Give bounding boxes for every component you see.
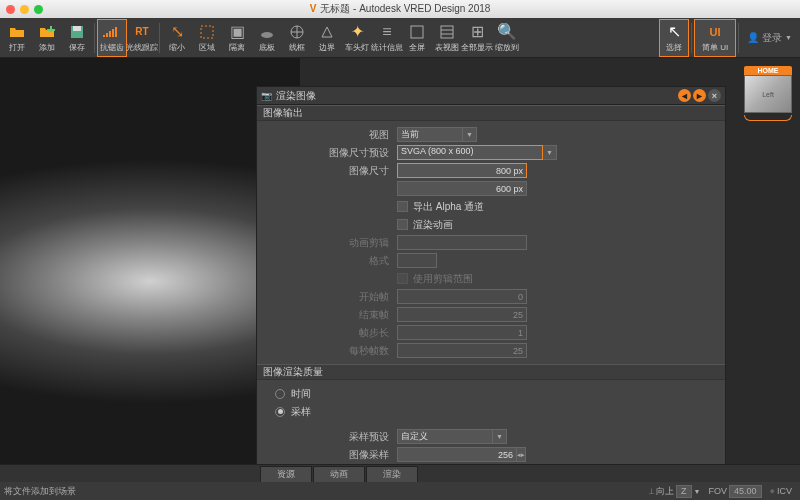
svg-rect-10	[411, 26, 423, 38]
alpha-checkbox[interactable]	[397, 201, 408, 212]
main-area: HOME Left 📷 渲染图像 ◄ ► × 图像输出 视图当前▼ 图像尺寸预设…	[0, 58, 800, 464]
maximize-window-btn[interactable]	[34, 5, 43, 14]
stepper-icon[interactable]: ◂▸	[517, 447, 526, 462]
select-button[interactable]: ↖选择	[659, 19, 689, 57]
fps-input	[397, 343, 527, 358]
aa-icon	[103, 23, 121, 41]
samples-input[interactable]: ◂▸	[397, 447, 507, 462]
svg-rect-4	[109, 31, 111, 37]
shrink-button[interactable]: ⤡缩小	[162, 19, 192, 57]
isolate-button[interactable]: ▣隔离	[222, 19, 252, 57]
render-image-panel: 📷 渲染图像 ◄ ► × 图像输出 视图当前▼ 图像尺寸预设SVGA (800 …	[256, 86, 726, 464]
stats-icon: ≡	[378, 23, 396, 41]
antialias-button[interactable]: 抗锯齿	[97, 19, 127, 57]
main-toolbar: 打开 添加 保存 抗锯齿 RT光线跟踪 ⤡缩小 区域 ▣隔离 底板 线框 边界 …	[0, 18, 800, 58]
height-input[interactable]	[397, 181, 527, 196]
chevron-down-icon: ▼	[543, 145, 557, 160]
width-input[interactable]	[397, 163, 527, 178]
viewcube[interactable]: HOME Left	[744, 66, 792, 121]
svg-rect-1	[73, 26, 81, 31]
vred-logo-icon: V	[310, 3, 317, 14]
edge-button[interactable]: 边界	[312, 19, 342, 57]
shrink-icon: ⤡	[168, 23, 186, 41]
preset-select[interactable]: SVGA (800 x 600)▼	[397, 145, 557, 160]
svg-rect-3	[106, 33, 108, 37]
light-icon: ✦	[348, 23, 366, 41]
sample-radio[interactable]	[275, 407, 285, 417]
simple-ui-button[interactable]: UI简单 UI	[694, 19, 736, 57]
section-image-output[interactable]: 图像输出	[257, 105, 725, 121]
fullscreen-button[interactable]: 全屏	[402, 19, 432, 57]
bottom-tabbar: 资源 动画 渲染	[0, 464, 800, 482]
statusbar: 将文件添加到场景 ⟂向上Z▼ FOV45.00 ●ICV	[0, 482, 800, 500]
camera-icon: 📷	[261, 91, 272, 101]
showall-icon: ⊞	[468, 23, 486, 41]
isolate-icon: ▣	[228, 23, 246, 41]
table-icon	[438, 23, 456, 41]
folder-open-icon	[8, 23, 26, 41]
anim-checkbox[interactable]	[397, 219, 408, 230]
panel-fwd-button[interactable]: ►	[693, 89, 706, 102]
chevron-down-icon: ▼	[694, 488, 701, 495]
section-render-quality[interactable]: 图像渲染质量	[257, 364, 725, 380]
minimize-window-btn[interactable]	[20, 5, 29, 14]
viewcube-face[interactable]: Left	[744, 75, 792, 113]
format-input	[397, 253, 437, 268]
end-input	[397, 307, 527, 322]
status-up[interactable]: ⟂向上Z▼	[649, 485, 700, 498]
chevron-down-icon: ▼	[493, 429, 507, 444]
save-button[interactable]: 保存	[62, 19, 92, 57]
viewport-3d[interactable]	[0, 58, 300, 464]
close-window-btn[interactable]	[6, 5, 15, 14]
plate-icon	[258, 23, 276, 41]
svg-rect-6	[115, 27, 117, 37]
showall-button[interactable]: ⊞全部显示	[462, 19, 492, 57]
window-title: 无标题 - Autodesk VRED Design 2018	[320, 3, 490, 14]
tab-render[interactable]: 渲染	[366, 466, 418, 482]
viewcube-compass[interactable]	[744, 115, 792, 121]
tab-resources[interactable]: 资源	[260, 466, 312, 482]
panel-back-button[interactable]: ◄	[678, 89, 691, 102]
cursor-icon: ↖	[665, 23, 683, 41]
view-select[interactable]: 当前▼	[397, 127, 477, 142]
svg-rect-2	[103, 35, 105, 37]
rt-icon: RT	[133, 23, 151, 41]
viewcube-home[interactable]: HOME	[744, 66, 792, 75]
save-icon	[68, 23, 86, 41]
clip-input	[397, 235, 527, 250]
add-button[interactable]: 添加	[32, 19, 62, 57]
stats-button[interactable]: ≡统计信息	[372, 19, 402, 57]
headlight-button[interactable]: ✦车头灯	[342, 19, 372, 57]
zoomto-button[interactable]: 🔍缩放到	[492, 19, 522, 57]
titlebar: V无标题 - Autodesk VRED Design 2018	[0, 0, 800, 18]
axis-icon: ⟂	[649, 486, 654, 496]
user-icon: 👤	[747, 32, 759, 43]
start-input	[397, 289, 527, 304]
svg-rect-11	[441, 26, 453, 38]
panel-title: 渲染图像	[276, 89, 676, 103]
login-button[interactable]: 👤登录▼	[747, 31, 792, 45]
surfview-button[interactable]: 表视图	[432, 19, 462, 57]
wireframe-button[interactable]: 线框	[282, 19, 312, 57]
edge-icon	[318, 23, 336, 41]
tab-animation[interactable]: 动画	[313, 466, 365, 482]
ui-icon: UI	[706, 23, 724, 41]
open-button[interactable]: 打开	[2, 19, 32, 57]
raytrace-button[interactable]: RT光线跟踪	[127, 19, 157, 57]
svg-rect-5	[112, 29, 114, 37]
panel-close-button[interactable]: ×	[708, 89, 721, 102]
status-fov[interactable]: FOV45.00	[709, 485, 762, 498]
dot-icon: ●	[770, 486, 775, 496]
useclip-checkbox	[397, 273, 408, 284]
time-radio[interactable]	[275, 389, 285, 399]
zoom-icon: 🔍	[498, 23, 516, 41]
chevron-down-icon: ▼	[463, 127, 477, 142]
fullscreen-icon	[408, 23, 426, 41]
region-button[interactable]: 区域	[192, 19, 222, 57]
bottom-button[interactable]: 底板	[252, 19, 282, 57]
svg-rect-7	[201, 26, 213, 38]
sample-preset-select[interactable]: 自定义▼	[397, 429, 507, 444]
wire-icon	[288, 23, 306, 41]
step-input	[397, 325, 527, 340]
status-icv[interactable]: ●ICV	[770, 486, 792, 496]
